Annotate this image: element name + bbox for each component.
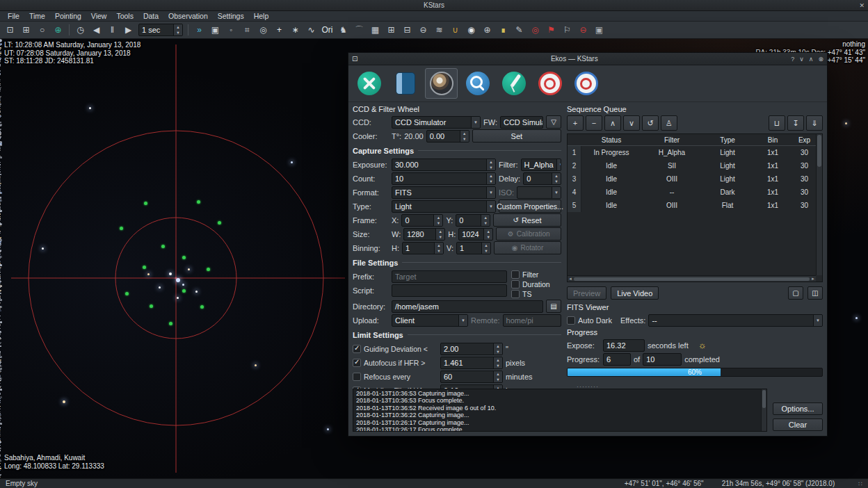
column-header[interactable]: Status — [581, 134, 641, 146]
refocus-every-checkbox[interactable] — [353, 373, 361, 381]
format-combo[interactable]: FITS ▼ — [392, 186, 496, 199]
column-header[interactable]: Filter — [641, 134, 702, 146]
exp-cell[interactable]: 30 — [793, 186, 816, 199]
script-input[interactable] — [392, 284, 507, 297]
time-step-spinbox[interactable]: 1 sec ▲▼ — [138, 24, 183, 36]
bin-cell[interactable]: 1x1 — [753, 159, 793, 172]
scroll-right-icon[interactable]: ► — [811, 277, 815, 281]
sequence-table[interactable]: Status Filter Type Bin Exp 1 In Progress… — [567, 133, 823, 282]
tab-guide[interactable] — [533, 68, 566, 99]
horizontal-grid-icon[interactable]: ⊟ — [399, 23, 415, 38]
refocus-every-spinbox[interactable]: 60 ▲▼ — [440, 371, 503, 383]
effects-combo[interactable]: -- ▼ — [648, 314, 823, 327]
prefix-duration-checkbox[interactable]: Duration — [511, 280, 561, 288]
delay-spinbox[interactable]: 0 ▲▼ — [523, 172, 561, 185]
browse-directory-button[interactable]: ▤ — [546, 300, 561, 313]
menu-item[interactable]: Settings — [213, 11, 249, 21]
spin-buttons[interactable]: ▲▼ — [435, 229, 444, 240]
unshade-icon[interactable]: ∧ — [809, 56, 814, 63]
log-scrollbar[interactable] — [761, 389, 766, 431]
tab-scheduler[interactable] — [389, 68, 421, 99]
download-data-icon[interactable]: ⊕ — [50, 23, 66, 38]
horizontal-scrollbar[interactable]: ◄► — [568, 275, 816, 282]
checkbox[interactable] — [511, 280, 520, 288]
open-sequence-button[interactable]: ⊔ — [769, 115, 785, 131]
save-sequence-button[interactable]: ↧ — [787, 115, 804, 131]
row-number[interactable]: 2 — [568, 159, 581, 172]
bin-cell[interactable]: 1x1 — [753, 186, 793, 199]
prefix-ts-checkbox[interactable]: TS — [511, 290, 561, 298]
scrollbar-thumb[interactable] — [817, 135, 821, 167]
set-time-icon[interactable]: ◷ — [72, 23, 88, 38]
bin-v-spinbox[interactable]: 1 ▲▼ — [456, 242, 491, 254]
menu-item[interactable]: File — [3, 11, 24, 21]
stars-icon[interactable]: + — [271, 23, 287, 38]
tab-mount[interactable] — [497, 68, 530, 99]
frame-height-spinbox[interactable]: 1024 ▲▼ — [458, 228, 493, 241]
tab-focus[interactable] — [461, 68, 494, 99]
observation-planner-icon[interactable]: ∪ — [447, 23, 463, 38]
spin-buttons[interactable]: ▲▼ — [552, 173, 561, 184]
filter-cell[interactable]: H_Alpha — [641, 146, 702, 159]
menu-item[interactable]: View — [86, 11, 112, 21]
custom-properties-button[interactable]: Custom Properties... — [499, 200, 561, 213]
menu-item[interactable]: Tools — [111, 11, 138, 21]
count-spinbox[interactable]: 10 ▲▼ — [392, 172, 496, 185]
open-image-icon[interactable]: ⊞ — [18, 23, 34, 38]
spin-buttons[interactable]: ▲▼ — [433, 215, 442, 226]
horizon-icon[interactable]: ⊖ — [415, 23, 431, 38]
deep-sky-objects-icon[interactable]: ◎ — [255, 23, 271, 38]
filter-wheel-combo[interactable]: CCD Simulator ▼ — [500, 116, 543, 129]
checkbox[interactable] — [511, 270, 520, 279]
column-header[interactable]: Exp — [793, 134, 816, 146]
find-object-icon[interactable]: ○ — [34, 23, 50, 38]
menu-item[interactable]: Pointing — [50, 11, 86, 21]
spin-buttons[interactable]: ▲▼ — [481, 243, 490, 254]
move-job-down-button[interactable]: ∨ — [623, 115, 640, 131]
tab-capture[interactable] — [425, 68, 458, 99]
frame-width-spinbox[interactable]: 1280 ▲▼ — [403, 228, 445, 241]
auto-dark-checkbox[interactable] — [567, 316, 575, 325]
type-cell[interactable]: Light — [702, 146, 753, 159]
target-temperature-spinbox[interactable]: 0.00 ▲▼ — [426, 130, 469, 143]
constellation-boundaries-icon[interactable]: ▦ — [367, 23, 383, 38]
row-number[interactable]: 3 — [568, 172, 581, 186]
frame-x-spinbox[interactable]: 0 ▲▼ — [401, 214, 443, 227]
constellation-lines-icon[interactable]: ⌒ — [351, 23, 367, 38]
status-cell[interactable]: Idle — [581, 199, 641, 212]
scroll-left-icon[interactable]: ◄ — [568, 277, 572, 281]
exp-cell[interactable]: 30 — [793, 146, 816, 159]
bin-cell[interactable]: 1x1 — [753, 172, 793, 186]
filter-cell[interactable]: -- — [641, 186, 702, 199]
fov-symbol-icon[interactable]: ⌗ — [239, 23, 255, 38]
filter-manager-button[interactable]: ▽ — [546, 115, 561, 129]
column-header[interactable]: Type — [702, 134, 753, 146]
frame-type-combo[interactable]: Light ▼ — [392, 200, 496, 213]
resize-grip[interactable]: ∷ — [858, 480, 862, 487]
exposure-spinbox[interactable]: 30.000 ▲▼ — [392, 158, 496, 171]
spin-buttons[interactable]: ▲▼ — [483, 229, 492, 240]
tab-setup[interactable] — [353, 68, 385, 99]
spin-buttons[interactable]: ▲▼ — [493, 371, 502, 382]
autofocus-hfr-spinbox[interactable]: 1.461 ▲▼ — [440, 357, 503, 369]
spin-buttons[interactable]: ▲▼ — [486, 173, 495, 184]
spin-buttons[interactable]: ▲▼ — [486, 159, 495, 170]
goto-object-icon[interactable]: » — [191, 23, 207, 38]
exp-cell[interactable]: 30 — [793, 199, 816, 212]
row-number[interactable]: 4 — [568, 186, 581, 199]
close-icon[interactable]: ⊗ — [818, 56, 823, 63]
equatorial-grid-icon[interactable]: ⊞ — [383, 23, 399, 38]
time-forward-icon[interactable]: ▶ — [120, 23, 136, 38]
move-job-up-button[interactable]: ∧ — [604, 115, 621, 131]
menu-item[interactable]: Time — [24, 11, 50, 21]
click-target-icon[interactable]: ◦ — [223, 23, 239, 38]
filter-combo[interactable]: H_Alpha ▼ — [521, 158, 562, 171]
menu-item[interactable]: Help — [249, 11, 274, 21]
exp-cell[interactable]: 30 — [793, 159, 816, 172]
bin-h-spinbox[interactable]: 1 ▲▼ — [402, 242, 444, 254]
type-cell[interactable]: Dark — [702, 186, 753, 199]
shade-icon[interactable]: ∨ — [799, 56, 804, 63]
status-cell[interactable]: Idle — [581, 186, 641, 199]
status-cell[interactable]: Idle — [581, 172, 641, 186]
frame-y-spinbox[interactable]: 0 ▲▼ — [456, 214, 490, 227]
